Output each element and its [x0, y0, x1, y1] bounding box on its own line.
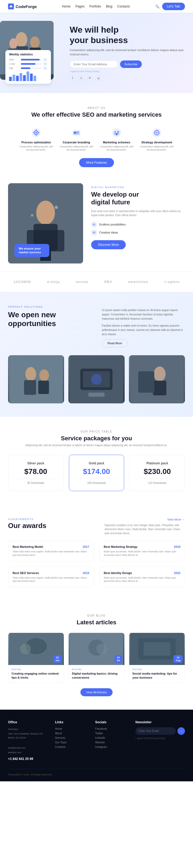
- footer-twitter-link[interactable]: Twitter: [95, 732, 129, 735]
- footer-instagram-link[interactable]: Instagram: [95, 745, 129, 748]
- svg-point-32: [25, 367, 36, 381]
- opportunities-section: PERFECT SOLUTIONS We open new opportunit…: [0, 292, 193, 417]
- logos-row: JACOBIN ◎ninja verseo PBJ sm●rtsites ◇up…: [8, 280, 185, 284]
- svg-point-4: [30, 36, 40, 48]
- navbar: CodeForge Home Pages Portfolio Blog Cont…: [0, 0, 193, 13]
- feature-branding: Corporate branding Consectetur adipiscin…: [59, 127, 94, 152]
- pricing-card-gold: Gold pack $174.00 100 Downloads: [69, 455, 125, 491]
- svg-rect-33: [24, 380, 36, 395]
- chart-bar-6: [27, 71, 29, 81]
- award-row-4: Best Identity Design 2020: [104, 571, 181, 575]
- digital-description: Duis aute irure dolor in reprehenderit i…: [91, 209, 185, 217]
- hero-content: We will help your business Consectetur a…: [64, 25, 185, 81]
- process-icon: [30, 127, 42, 138]
- blog-section: OUR BLOG Latest articles 22 Jun DIGITAL …: [0, 601, 193, 710]
- newsletter-privacy: I agree to the Privacy Policy: [135, 736, 185, 740]
- more-features-button[interactable]: More Features: [79, 158, 114, 167]
- footer-website-link[interactable]: Website: [95, 741, 129, 744]
- nav-portfolio[interactable]: Portfolio: [89, 4, 101, 8]
- awards-title: Our awards: [8, 522, 46, 530]
- award-title-3: Best SEO Services: [12, 571, 39, 575]
- branding-icon: [71, 127, 82, 138]
- footer-link-about[interactable]: About: [55, 732, 89, 735]
- award-item-2: Best Marketing Strategy 2018 Etiam quis …: [99, 540, 185, 561]
- mini-chart: [9, 71, 47, 81]
- read-more-button[interactable]: Read More: [102, 339, 128, 347]
- award-desc-4: Etiam quis accumsan. Nulla facilisi. Nam…: [104, 576, 181, 583]
- opport-label: PERFECT SOLUTIONS: [8, 306, 91, 308]
- svg-rect-13: [74, 132, 76, 133]
- blog-cat-1: DIGITAL: [11, 668, 61, 671]
- footer-link-contacts[interactable]: Contacts: [55, 745, 89, 748]
- pricing-downloads-silver: 90 Downloads: [14, 478, 58, 485]
- footer-office-title: Office: [8, 720, 49, 724]
- opportunities-top: PERFECT SOLUTIONS We open new opportunit…: [8, 306, 185, 347]
- blog-day-3: 24: [177, 656, 179, 659]
- stat-row-3: 286 ↑: [9, 67, 47, 70]
- blog-month-3: Aug: [175, 659, 181, 662]
- opportunities-right: Ut ipsum autem nulla porttitor massa mi.…: [102, 306, 185, 347]
- email-input[interactable]: [70, 60, 118, 68]
- nav-cta-button[interactable]: Let's Talk: [162, 3, 185, 10]
- blog-day-1: 22: [56, 656, 59, 659]
- search-icon[interactable]: 🔍: [155, 4, 160, 8]
- svg-point-16: [112, 128, 121, 137]
- subscribe-button[interactable]: Subscribe: [120, 60, 142, 68]
- svg-point-6: [9, 38, 18, 49]
- view-all-articles-button[interactable]: View All Articles: [80, 688, 113, 696]
- logo[interactable]: CodeForge: [8, 3, 37, 9]
- svg-rect-15: [76, 133, 78, 133]
- digital-list-label-1: Endless possibilities: [99, 223, 126, 226]
- instagram-icon[interactable]: ◎: [95, 75, 101, 81]
- hero-heading-line1: We will help: [70, 25, 119, 34]
- pinterest-icon[interactable]: P: [87, 75, 93, 81]
- stat-row-1: 90% ↑: [9, 58, 47, 61]
- footer-office: Office Germany Carl. Von Ossietzky Stras…: [8, 720, 49, 761]
- award-item-4: Best Identity Design 2020 Etiam quis acc…: [99, 567, 185, 587]
- stat-label-1: 90%: [9, 58, 19, 61]
- logo-pbj: PBJ: [105, 280, 112, 284]
- footer-office-line-3: [8, 741, 49, 745]
- digital-content: DIGITAL MARKETING We develop our digital…: [91, 183, 185, 264]
- facebook-icon[interactable]: f: [70, 75, 76, 81]
- award-title-2: Best Marketing Strategy: [104, 545, 138, 548]
- stats-card: Weekly statistics 90% ↑ 1 562 ↑ 286: [5, 50, 51, 84]
- svg-point-29: [55, 206, 58, 209]
- footer-linkedin-link[interactable]: LinkedIn: [95, 736, 129, 739]
- feature-process-desc: Consectetur adipiscing elit, sed do eius…: [19, 145, 54, 152]
- footer-facebook-link[interactable]: Facebook: [95, 727, 129, 730]
- nav-home[interactable]: Home: [62, 4, 71, 8]
- chart-bar-2: [12, 74, 15, 81]
- blog-month-1: Jun: [55, 659, 59, 662]
- hero-form: Subscribe: [70, 60, 185, 68]
- nav-blog[interactable]: Blog: [106, 4, 112, 8]
- nav-links: Home Pages Portfolio Blog Contacts: [62, 4, 130, 8]
- award-title-4: Best Identity Design: [104, 571, 132, 575]
- stat-bar-fill-1: [21, 59, 40, 60]
- blog-cat-3: DIGITAL: [132, 668, 182, 671]
- view-more-link[interactable]: View More →: [167, 518, 185, 521]
- stat-badge-3: ↑: [44, 67, 48, 70]
- blog-content-1: DIGITAL Creating engaging online content…: [8, 665, 64, 683]
- newsletter-input[interactable]: [135, 727, 176, 735]
- award-year-3: 2019: [83, 571, 89, 575]
- footer-links-title: Links: [55, 720, 89, 724]
- awards-label: ACHIEVEMENTS: [8, 518, 46, 521]
- footer: Office Germany Carl. Von Ossietzky Stras…: [0, 710, 193, 781]
- digital-section: We ensure your market success DIGITAL MA…: [0, 175, 193, 272]
- awards-header-right: View More → Dignissim sodales ut eu sem …: [105, 518, 185, 535]
- footer-link-services[interactable]: Services: [55, 736, 89, 739]
- nav-contacts[interactable]: Contacts: [117, 4, 130, 8]
- chart-bar-1: [9, 77, 12, 81]
- hero-heading: We will help your business: [70, 25, 185, 45]
- twitter-icon[interactable]: 𝕏: [78, 75, 84, 81]
- svg-rect-31: [9, 355, 63, 403]
- discover-more-button[interactable]: Discover More: [91, 240, 126, 249]
- footer-link-team[interactable]: Our Team: [55, 741, 89, 744]
- nav-pages[interactable]: Pages: [75, 4, 84, 8]
- footer-link-home[interactable]: Home: [55, 727, 89, 730]
- award-year-2: 2018: [174, 545, 181, 548]
- newsletter-submit-button[interactable]: →: [177, 727, 185, 735]
- blog-title: Latest articles: [8, 619, 185, 626]
- pricing-card-silver: Silver pack $78.00 90 Downloads: [8, 455, 63, 491]
